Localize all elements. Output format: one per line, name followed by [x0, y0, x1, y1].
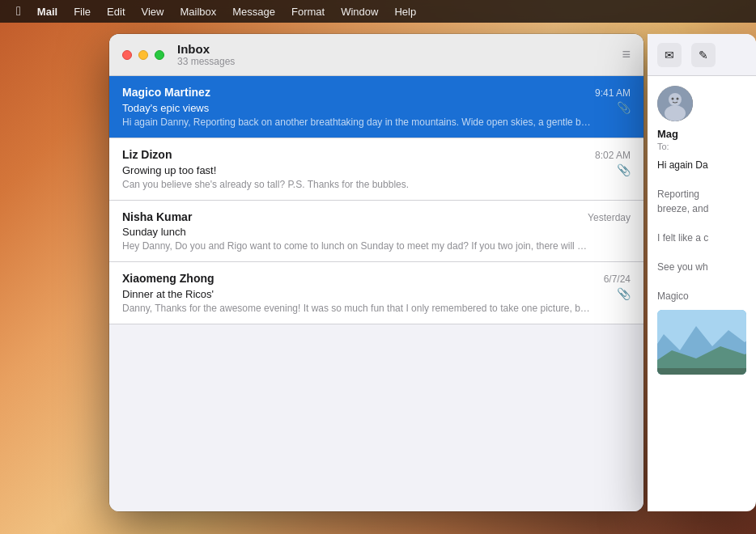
title-actions: ≡ [622, 46, 631, 63]
mail-window: Inbox 33 messages ≡ Magico Martinez 9:41… [109, 34, 643, 511]
menubar-help[interactable]: Help [388, 4, 423, 19]
mail-item-2-header: Liz Dizon 8:02 AM [122, 148, 631, 161]
reading-pane-content: Mag To: Hi again Da Reporting breeze, an… [648, 76, 756, 384]
filter-button[interactable]: ≡ [622, 46, 631, 63]
reading-reporting: Reporting [657, 187, 746, 201]
message-list[interactable]: Magico Martinez 9:41 AM Today's epic vie… [109, 76, 643, 511]
apple-icon:  [16, 4, 21, 18]
mail-preview-3: Hey Danny, Do you and Rigo want to come … [122, 240, 592, 252]
landscape-image [657, 310, 746, 375]
mail-preview-4: Danny, Thanks for the awesome evening! I… [122, 303, 592, 314]
mail-item-3-header: Nisha Kumar Yesterday [122, 210, 631, 223]
svg-point-1 [669, 93, 682, 106]
reading-pane-header: ✉ ✎ [648, 34, 756, 76]
mail-sender-4: Xiaomeng Zhong [122, 272, 214, 285]
new-message-button[interactable]: ✉ [657, 43, 682, 67]
mail-item-1[interactable]: Magico Martinez 9:41 AM Today's epic vie… [109, 76, 643, 138]
svg-point-4 [677, 98, 679, 100]
fullscreen-button[interactable] [155, 50, 164, 60]
mail-subject-1: Today's epic views 📎 [122, 101, 631, 114]
mail-preview-1: Hi again Danny, Reporting back on anothe… [122, 117, 592, 128]
filter-icon: ≡ [622, 46, 631, 62]
mail-time-1: 9:41 AM [595, 87, 631, 99]
attachment-icon-2: 📎 [617, 163, 631, 176]
menubar:  Mail File Edit View Mailbox Message Fo… [0, 0, 756, 23]
reading-to-label: To: [657, 142, 746, 151]
traffic-lights [122, 50, 164, 60]
menubar-file[interactable]: File [67, 4, 97, 19]
minimize-button[interactable] [138, 50, 148, 60]
svg-rect-8 [657, 368, 746, 375]
svg-point-2 [665, 105, 686, 121]
mail-item-4-header: Xiaomeng Zhong 6/7/24 [122, 272, 631, 285]
apple-menu-button[interactable]:  [10, 4, 28, 19]
reading-image [657, 310, 746, 375]
menubar-format[interactable]: Format [285, 4, 331, 19]
mail-preview-2: Can you believe she's already so tall? P… [122, 179, 592, 190]
menubar-mailbox[interactable]: Mailbox [173, 4, 223, 19]
reading-line-felt: I felt like a c [657, 231, 746, 245]
reading-line-see: See you wh [657, 260, 746, 274]
reading-line-breeze: breeze, and [657, 201, 746, 216]
mail-subject-3: Sunday lunch [122, 226, 631, 238]
reading-body: Hi again Da Reporting breeze, and I felt… [657, 158, 746, 303]
mail-time-3: Yesterday [588, 212, 631, 223]
menubar-message[interactable]: Message [226, 4, 282, 19]
mail-time-4: 6/7/24 [604, 273, 631, 285]
mail-subject-4: Dinner at the Ricos' 📎 [122, 287, 631, 300]
avatar-image [657, 86, 693, 121]
menubar-mail[interactable]: Mail [31, 4, 64, 19]
mail-subject-2: Growing up too fast! 📎 [122, 163, 631, 176]
mail-item-1-header: Magico Martinez 9:41 AM [122, 86, 631, 99]
menubar-window[interactable]: Window [334, 4, 384, 19]
mail-item-2[interactable]: Liz Dizon 8:02 AM Growing up too fast! 📎… [109, 138, 643, 201]
attachment-icon-4: 📎 [617, 287, 631, 300]
reading-pane: ✉ ✎ Mag To: Hi again Da Reporting bre [648, 34, 756, 511]
mail-item-4[interactable]: Xiaomeng Zhong 6/7/24 Dinner at the Rico… [109, 262, 643, 324]
envelope-icon: ✉ [665, 49, 674, 61]
close-button[interactable] [122, 50, 132, 60]
reading-line-1: Hi again Da [657, 158, 746, 172]
title-bar: Inbox 33 messages ≡ [109, 34, 643, 76]
mail-item-3[interactable]: Nisha Kumar Yesterday Sunday lunch Hey D… [109, 201, 643, 262]
mail-sender-2: Liz Dizon [122, 148, 172, 161]
attachment-icon-1: 📎 [617, 101, 631, 114]
sender-avatar [657, 86, 693, 121]
title-info: Inbox 33 messages [177, 42, 622, 67]
svg-point-3 [672, 98, 674, 100]
mail-sender-3: Nisha Kumar [122, 210, 192, 223]
inbox-title: Inbox [177, 42, 622, 56]
mail-time-2: 8:02 AM [595, 150, 631, 161]
reading-line-sign: Magico [657, 289, 746, 303]
message-count: 33 messages [177, 56, 622, 67]
compose-button[interactable]: ✎ [691, 43, 716, 67]
compose-icon: ✎ [699, 49, 708, 61]
reading-sender-name: Mag [657, 128, 746, 140]
menubar-view[interactable]: View [135, 4, 171, 19]
menubar-edit[interactable]: Edit [100, 4, 131, 19]
mail-sender-1: Magico Martinez [122, 86, 210, 99]
